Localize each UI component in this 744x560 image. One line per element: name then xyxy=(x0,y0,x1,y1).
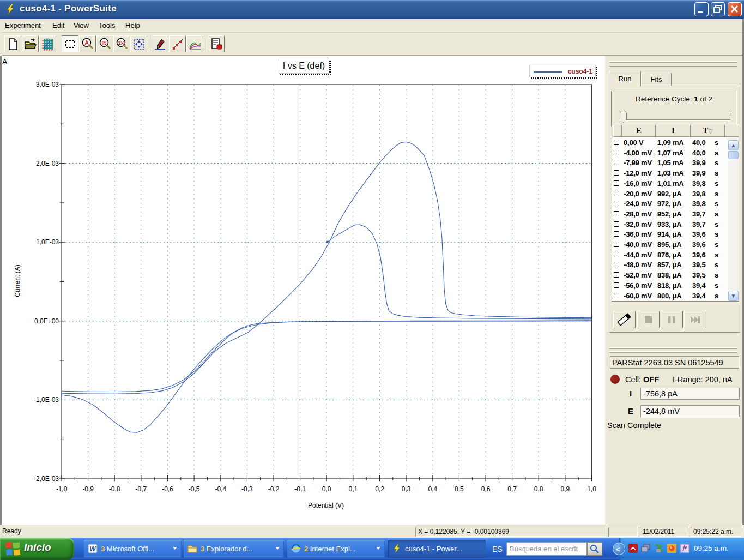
svg-text:0,2: 0,2 xyxy=(375,485,384,493)
svg-text:0,0: 0,0 xyxy=(322,485,331,493)
svg-text:0,8: 0,8 xyxy=(534,485,543,493)
svg-text:0,0E+00: 0,0E+00 xyxy=(34,317,59,325)
svg-text:Potential (V): Potential (V) xyxy=(308,502,344,509)
svg-text:-0,3: -0,3 xyxy=(241,485,253,493)
svg-text:0,7: 0,7 xyxy=(507,485,517,493)
svg-text:0,4: 0,4 xyxy=(428,485,437,493)
svg-text:-0,1: -0,1 xyxy=(294,485,306,493)
svg-text:-0,4: -0,4 xyxy=(215,485,226,493)
svg-text:0,9: 0,9 xyxy=(561,485,570,493)
svg-text:0,1: 0,1 xyxy=(349,485,358,493)
svg-text:Current (A): Current (A) xyxy=(14,264,21,297)
svg-text:3,0E-03: 3,0E-03 xyxy=(36,81,59,88)
svg-text:-0,5: -0,5 xyxy=(189,485,200,493)
svg-text:IN: IN xyxy=(102,40,107,46)
svg-text:1,0E-03: 1,0E-03 xyxy=(36,238,59,246)
svg-text:A: A xyxy=(84,40,88,46)
svg-text:0,6: 0,6 xyxy=(481,485,491,493)
svg-text:0,3: 0,3 xyxy=(402,485,411,493)
svg-text:-0,7: -0,7 xyxy=(136,485,147,493)
svg-text:2X: 2X xyxy=(118,40,124,46)
svg-text:2,0E-03: 2,0E-03 xyxy=(36,160,59,167)
svg-text:0,5: 0,5 xyxy=(455,485,464,493)
svg-text:-1,0E-03: -1,0E-03 xyxy=(34,396,59,404)
svg-text:-2,0E-03: -2,0E-03 xyxy=(34,475,59,483)
svg-text:1,0: 1,0 xyxy=(587,485,596,493)
svg-text:-0,6: -0,6 xyxy=(162,485,173,493)
svg-text:-0,9: -0,9 xyxy=(82,485,94,493)
svg-text:-1,0: -1,0 xyxy=(56,485,68,493)
svg-text:-0,2: -0,2 xyxy=(268,485,280,493)
svg-text:-0,8: -0,8 xyxy=(109,485,120,493)
svg-text:W: W xyxy=(89,545,96,553)
